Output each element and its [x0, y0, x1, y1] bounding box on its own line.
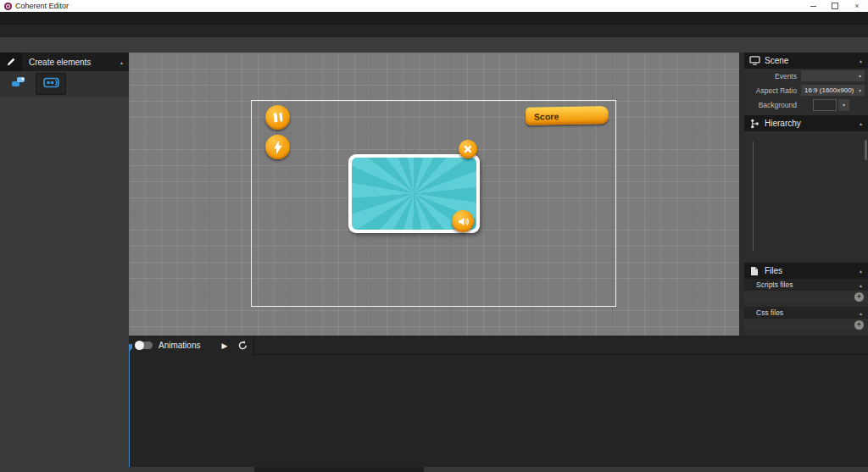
speaker-icon — [458, 216, 469, 227]
inspector-panel: Scene ▴ Events ▾ Aspect Ratio 16:9 (1600… — [744, 53, 868, 336]
pause-icon — [273, 113, 282, 123]
element-category-tabs — [0, 71, 129, 97]
hierarchy-tree — [744, 131, 868, 258]
animations-timeline: Animations ▶ — [129, 336, 868, 472]
timeline-scrollbar[interactable] — [129, 467, 868, 472]
title-bar: Coherent Editor × — [0, 0, 868, 12]
components-tab[interactable] — [3, 73, 34, 95]
menu-bar — [0, 12, 868, 25]
aspect-ratio-dropdown[interactable]: 16:9 (1600x900) ▾ — [801, 85, 865, 96]
scene-collapse-icon[interactable]: ▴ — [860, 58, 862, 64]
toolbar — [0, 37, 868, 53]
scoreboard[interactable]: Score — [526, 106, 609, 125]
design-canvas[interactable]: Score — [129, 53, 739, 336]
bottom-left-filler — [0, 336, 129, 472]
hierarchy-scrollbar[interactable] — [865, 140, 867, 160]
files-section-header[interactable]: Files ▴ — [744, 263, 868, 279]
css-files-label: Css files — [756, 308, 783, 317]
lightning-button[interactable] — [265, 135, 290, 159]
css-files-row: + — [744, 319, 868, 330]
repeat-button[interactable] — [238, 341, 248, 350]
scene-icon — [744, 56, 765, 65]
background-label: Background — [744, 101, 801, 109]
widgets-icon — [43, 76, 59, 92]
rabbit-cards — [239, 230, 379, 319]
hierarchy-title: Hierarchy — [765, 119, 801, 128]
app-logo-icon — [4, 3, 12, 10]
collapse-arrow-icon[interactable]: ▴ — [120, 59, 123, 65]
add-script-button[interactable]: + — [854, 292, 864, 302]
sound-button[interactable] — [452, 210, 474, 232]
play-button[interactable]: ▶ — [221, 342, 227, 350]
files-collapse-icon[interactable]: ▴ — [860, 268, 862, 274]
dropdown-caret-icon: ▾ — [859, 73, 861, 79]
timeline-header: Animations ▶ — [129, 336, 254, 355]
files-title: Files — [765, 266, 782, 275]
scene-section-header[interactable]: Scene ▴ — [744, 53, 868, 69]
lightning-icon — [272, 140, 284, 154]
animations-toggle[interactable] — [136, 342, 153, 349]
components-icon — [11, 76, 26, 92]
dropdown-caret-icon: ▾ — [859, 87, 861, 93]
minimize-button[interactable] — [802, 0, 824, 12]
hierarchy-icon — [744, 119, 765, 129]
tree-guide-line — [753, 142, 754, 251]
scene-title: Scene — [765, 56, 788, 65]
pencil-icon — [0, 53, 22, 71]
css-files-header[interactable]: Css files ▴ — [744, 307, 868, 319]
pause-button[interactable] — [265, 105, 290, 130]
scripts-collapse-icon[interactable]: ▴ — [860, 282, 862, 288]
events-dropdown[interactable]: ▾ — [801, 70, 865, 81]
events-label: Events — [744, 72, 801, 81]
close-x-icon — [464, 145, 472, 153]
widgets-tab[interactable] — [36, 73, 66, 95]
background-color-swatch[interactable] — [813, 99, 837, 111]
hierarchy-section-header[interactable]: Hierarchy ▴ — [744, 115, 868, 131]
maximize-button[interactable] — [824, 0, 846, 12]
aspect-ratio-value: 16:9 (1600x900) — [801, 86, 854, 94]
scripts-files-header[interactable]: Scripts files ▴ — [744, 279, 868, 291]
window-controls: × — [802, 0, 868, 12]
add-css-button[interactable]: + — [854, 320, 864, 330]
timeline-ruler[interactable] — [254, 336, 868, 355]
score-label: Score — [526, 111, 559, 122]
files-icon — [744, 266, 765, 276]
background-dropdown[interactable]: ▾ — [838, 99, 849, 111]
scripts-files-row: + — [744, 291, 868, 303]
window-title: Coherent Editor — [15, 2, 69, 10]
document-tabs — [0, 25, 868, 37]
timeline-scrollbar-thumb[interactable] — [254, 467, 424, 472]
close-button[interactable]: × — [846, 0, 868, 12]
animations-title: Animations — [159, 341, 200, 350]
coherent-editor-window: Coherent Editor × Create elements ▴ — [0, 0, 868, 472]
scripts-files-label: Scripts files — [756, 280, 793, 289]
menu-close-button[interactable] — [459, 140, 477, 158]
create-elements-panel: Create elements ▴ — [0, 53, 129, 336]
css-collapse-icon[interactable]: ▴ — [860, 310, 862, 316]
playhead[interactable] — [129, 344, 130, 467]
hierarchy-collapse-icon[interactable]: ▴ — [860, 120, 862, 126]
create-elements-title: Create elements — [29, 58, 91, 67]
element-list — [0, 97, 129, 103]
create-elements-header[interactable]: Create elements ▴ — [0, 53, 129, 71]
aspect-ratio-label: Aspect Ratio — [744, 86, 801, 95]
